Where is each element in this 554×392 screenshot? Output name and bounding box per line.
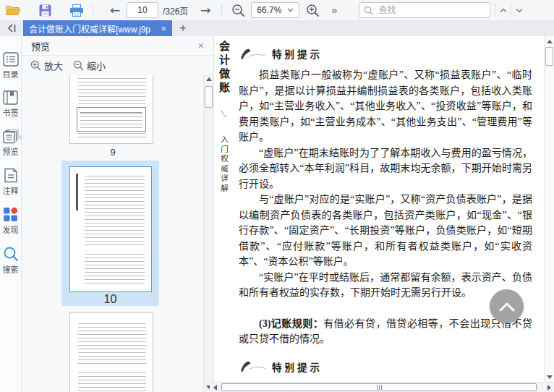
thumbnail-table [77, 107, 146, 132]
sidebar-icon-rail: 目录 书签 预览 注释 发现 [0, 36, 22, 392]
paragraph-rule: (3)记账规则：有借必有贷，借贷必相等，不会出现只借不贷或只贷不借的情况。 [239, 316, 532, 347]
rule-label: (3)记账规则： [259, 318, 323, 329]
thumbnail-page-9[interactable] [69, 74, 153, 144]
thumbnail-zoom-out-button[interactable]: 缩小 [73, 59, 106, 72]
search-panel-icon [3, 246, 19, 262]
save-button[interactable] [36, 1, 54, 19]
preview-panel-title: 预览 [31, 39, 50, 53]
main-toolbar: ← /326页 → 66.7% » [0, 0, 554, 21]
chevron-up-icon [498, 302, 516, 312]
page-text: 特别提示 损益类账户一般被称为“虚账户”、又称“损益表账户”、“临时账户”，是据… [239, 39, 532, 382]
scrollbar-thumb[interactable] [545, 47, 553, 66]
document-horizontal-scrollbar[interactable] [210, 382, 554, 392]
discover-icon [3, 207, 18, 222]
sidebar-label-annotations: 注释 [3, 184, 19, 196]
sidebar-label-search: 搜索 [3, 263, 19, 275]
paragraph: “虚账户”在期末结账时为了了解本期收入与费用的盈亏情况，必须全部转入“本年利润”… [239, 145, 532, 192]
more-tools-button[interactable]: » [325, 1, 343, 19]
preview-panel-tools: 放大 缩小 [22, 56, 213, 75]
thumbnail-text-lines [85, 176, 145, 248]
thumbnail-selection-highlight: 10 [61, 161, 159, 306]
tab-title: 会计做账入门权威详解[www.j9p [29, 22, 158, 35]
sidebar-item-annotations[interactable]: 注释 [0, 168, 22, 196]
sidebar-item-bookmarks[interactable]: 书签 [0, 90, 22, 118]
sidebar-label-discover: 发现 [3, 223, 19, 235]
find-input[interactable] [377, 4, 492, 16]
page-count-label: /326页 [163, 4, 188, 17]
document-view: 会计做账 入门权威详解 特别提示 损益类账户一般被称为“虚账户”、又称“损益表账… [214, 36, 554, 392]
new-tab-button[interactable]: + [172, 20, 194, 36]
tab-close-icon[interactable]: × [161, 23, 166, 34]
search-icon [364, 6, 373, 15]
previous-page-button[interactable]: ← [106, 1, 124, 19]
thumbnail-scrollbar[interactable] [203, 74, 213, 392]
thumbnail-page-number: 10 [61, 293, 159, 306]
find-navigation [495, 3, 527, 17]
sidebar-item-toc[interactable]: 目录 [0, 52, 22, 80]
zoom-in-button[interactable] [304, 1, 321, 19]
zoom-level-value: 66.7% [257, 5, 281, 15]
sidebar-label-preview: 预览 [3, 145, 19, 157]
thumbnail-text-lines [78, 372, 146, 391]
scrollbar-right-arrow[interactable] [544, 383, 554, 392]
toc-icon [3, 52, 19, 67]
chevron-up-icon [500, 8, 507, 13]
zoom-out-button[interactable] [229, 1, 247, 19]
scrollbar-left-arrow[interactable] [210, 383, 220, 392]
pen-icon [240, 360, 266, 372]
document-vertical-scrollbar[interactable] [544, 36, 554, 382]
thumbnail-text-lines [78, 323, 146, 367]
tip-heading-1: 特别提示 [240, 46, 532, 61]
preview-panel-header: 预览 × [22, 36, 213, 56]
pen-icon [240, 48, 266, 60]
find-previous-button[interactable] [495, 3, 511, 17]
thumbnail-zoom-in-button[interactable]: 放大 [30, 59, 63, 72]
tab-bar: 会计做账入门权威详解[www.j9p × + [0, 20, 554, 36]
zoom-level-select[interactable]: 66.7% [251, 2, 299, 18]
thumbnail-page-11[interactable] [69, 312, 153, 392]
scrollbar-up-arrow[interactable] [545, 36, 554, 46]
magnifier-minus-icon [231, 4, 245, 17]
find-bar [359, 2, 490, 18]
pdf-page: 会计做账 入门权威详解 特别提示 损益类账户一般被称为“虚账户”、又称“损益表账… [214, 36, 544, 382]
title-divider [221, 110, 226, 117]
double-chevron-icon: » [331, 4, 337, 16]
sidebar-item-preview[interactable]: 预览 [0, 129, 22, 157]
tip-heading-2: 特别提示 [240, 359, 532, 374]
tip-heading-label: 特别提示 [272, 359, 323, 374]
scrollbar-thumb[interactable] [205, 86, 213, 108]
toolbar-separator [93, 4, 93, 16]
magnifier-plus-icon [306, 4, 320, 17]
collapse-panel-button[interactable] [0, 20, 23, 36]
find-next-button[interactable] [511, 3, 527, 17]
save-floppy-icon [39, 4, 51, 17]
print-button[interactable] [68, 1, 85, 19]
chevron-down-icon [287, 8, 294, 12]
page-number-input[interactable] [127, 2, 158, 18]
back-arrow-icon: ← [110, 4, 120, 17]
thumbnail-list: 9 10 [22, 74, 204, 392]
paragraph: 与“虚账户”对应的是“实账户”，又称“资产负债表账户”，是据以编制资产负债表的各… [239, 192, 532, 270]
folder-open-icon [5, 4, 21, 17]
sidebar-item-discover[interactable]: 发现 [0, 207, 22, 235]
collapse-left-icon [7, 24, 17, 33]
thumbnail-page-number: 9 [22, 147, 204, 158]
scrollbar-down-arrow[interactable] [545, 372, 554, 382]
book-title-sub: 入门权威详解 [220, 135, 228, 194]
paragraph: 损益类账户一般被称为“虚账户”、又称“损益表账户”、“临时账户”，是据以计算损益… [239, 67, 532, 145]
thumbnail-page-10[interactable] [69, 166, 152, 292]
forward-arrow-icon: → [200, 4, 210, 17]
printer-icon [69, 4, 84, 17]
scrollbar-up-arrow[interactable] [204, 74, 213, 84]
document-tab[interactable]: 会计做账入门权威详解[www.j9p × [23, 20, 172, 36]
sidebar-item-search[interactable]: 搜索 [0, 246, 22, 275]
book-title-main: 会计做账 [218, 41, 229, 95]
preview-panel-close-icon[interactable]: × [198, 40, 204, 51]
sidebar-label-bookmarks: 书签 [3, 106, 19, 118]
toolbar-separator [221, 4, 222, 16]
scroll-to-top-button[interactable] [490, 289, 524, 323]
thumbnail-text-lines [78, 133, 146, 139]
next-page-button[interactable]: → [197, 1, 214, 19]
open-file-button[interactable] [4, 1, 22, 19]
scrollbar-thumb[interactable] [221, 383, 537, 391]
